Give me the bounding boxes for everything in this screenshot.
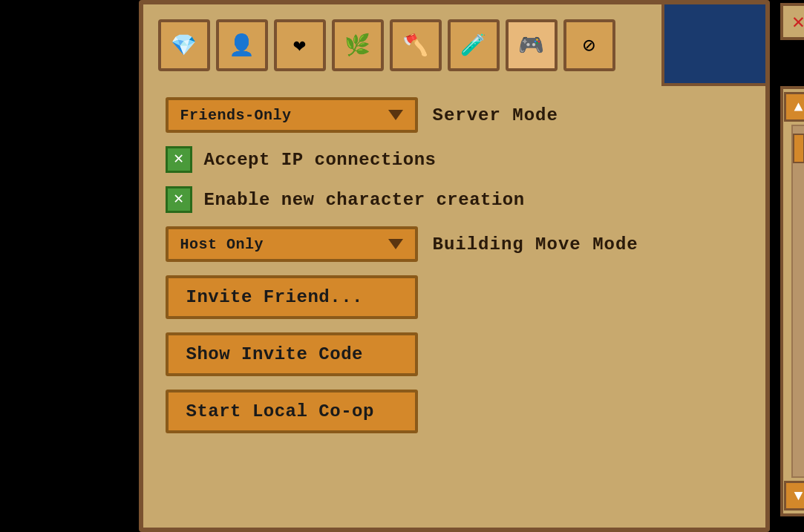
- tab-axe[interactable]: 🪓: [390, 19, 442, 71]
- tab-heart[interactable]: ❤️: [274, 19, 326, 71]
- checkbox-check-icon: ✕: [174, 151, 183, 168]
- show-invite-code-button[interactable]: Show Invite Code: [166, 332, 418, 376]
- invite-friend-button[interactable]: Invite Friend...: [166, 275, 418, 319]
- accept-ip-row: ✕ Accept IP connections: [166, 146, 743, 173]
- checkbox-check-icon-2: ✕: [174, 191, 183, 208]
- scroll-thumb[interactable]: [793, 134, 805, 163]
- gem-icon: 💎: [171, 33, 197, 58]
- server-mode-value: Friends-Only: [180, 107, 292, 124]
- building-move-row: Host Only Building Move Mode: [166, 226, 743, 262]
- leaf-icon: 🌿: [344, 33, 370, 58]
- accept-ip-label: Accept IP connections: [204, 150, 437, 170]
- scroll-down-button[interactable]: ▼: [784, 481, 805, 510]
- start-local-coop-button[interactable]: Start Local Co-op: [166, 390, 418, 433]
- scrollbar: ▲ ▼: [780, 86, 805, 516]
- head-icon: 👤: [229, 33, 255, 58]
- tab-head[interactable]: 👤: [216, 19, 268, 71]
- tab-gem[interactable]: 💎: [158, 19, 210, 71]
- dropdown-arrow-icon: [388, 110, 403, 120]
- game-container: 💎 👤 ❤️ 🌿 🪓 🧪 🎮 ⊘: [79, 0, 725, 532]
- building-move-label: Building Move Mode: [433, 234, 638, 254]
- server-mode-label: Server Mode: [433, 105, 558, 125]
- enable-character-checkbox[interactable]: ✕: [166, 186, 192, 213]
- tab-potion[interactable]: 🧪: [448, 19, 500, 71]
- tab-bar: 💎 👤 ❤️ 🌿 🪓 🧪 🎮 ⊘: [143, 4, 663, 86]
- close-icon: ✕: [792, 9, 804, 34]
- scroll-down-icon: ▼: [794, 487, 803, 505]
- enable-character-row: ✕ Enable new character creation: [166, 186, 743, 213]
- top-right-decoration: [661, 4, 765, 86]
- content-area: Friends-Only Server Mode ✕ Accept IP con…: [158, 90, 751, 513]
- controller-icon: 🎮: [518, 33, 544, 58]
- accept-ip-checkbox[interactable]: ✕: [166, 146, 192, 173]
- main-panel: 💎 👤 ❤️ 🌿 🪓 🧪 🎮 ⊘: [139, 0, 770, 532]
- building-move-value: Host Only: [180, 236, 264, 253]
- close-button[interactable]: ✕: [780, 3, 805, 40]
- scroll-track: [791, 125, 805, 478]
- building-move-dropdown[interactable]: Host Only: [166, 226, 418, 262]
- scroll-up-icon: ▲: [794, 99, 803, 116]
- enable-character-label: Enable new character creation: [204, 190, 525, 210]
- dropdown-arrow-icon-2: [388, 239, 403, 249]
- server-mode-row: Friends-Only Server Mode: [166, 97, 743, 133]
- heart-icon: ❤️: [293, 33, 306, 58]
- scroll-up-button[interactable]: ▲: [784, 92, 805, 122]
- server-mode-dropdown[interactable]: Friends-Only: [166, 97, 418, 133]
- tab-cross[interactable]: ⊘: [563, 19, 615, 71]
- cross-icon: ⊘: [583, 33, 595, 58]
- tab-controller[interactable]: 🎮: [506, 19, 558, 71]
- axe-icon: 🪓: [402, 33, 428, 58]
- potion-icon: 🧪: [460, 33, 486, 58]
- tab-leaf[interactable]: 🌿: [332, 19, 384, 71]
